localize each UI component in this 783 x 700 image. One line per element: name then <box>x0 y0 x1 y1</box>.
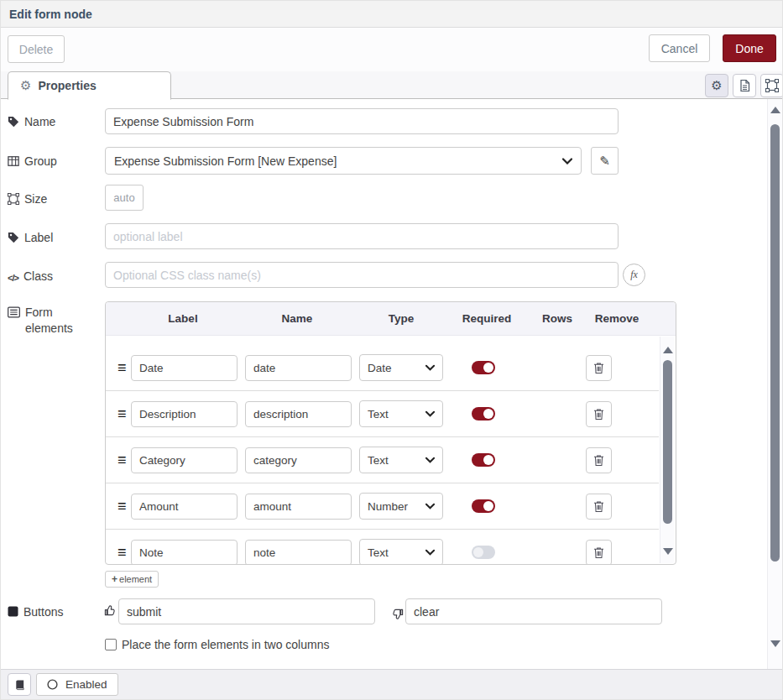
element-label-input[interactable] <box>131 447 238 473</box>
scroll-down-arrow[interactable] <box>663 548 673 555</box>
element-name-input[interactable] <box>245 447 352 473</box>
element-type-select[interactable]: Text <box>359 447 443 473</box>
elements-table-header: LabelNameTypeRequiredRowsRemove <box>106 302 676 336</box>
column-header: Required <box>462 302 512 336</box>
enabled-label: Enabled <box>65 678 107 691</box>
drag-handle-icon[interactable]: ≡ <box>117 452 131 469</box>
trash-icon <box>593 454 604 467</box>
element-label-input[interactable] <box>131 494 238 520</box>
chevron-down-icon <box>425 364 435 371</box>
drag-handle-icon[interactable]: ≡ <box>117 544 131 562</box>
scroll-down-arrow[interactable] <box>770 640 780 647</box>
size-auto-button[interactable]: auto <box>105 185 144 211</box>
enabled-toggle-button[interactable]: Enabled <box>36 673 118 696</box>
delete-element-button[interactable] <box>586 401 612 427</box>
required-toggle[interactable] <box>472 453 495 467</box>
description-doc-button[interactable] <box>733 74 756 97</box>
element-type-value: Date <box>368 362 425 374</box>
tag-icon <box>8 232 19 243</box>
edit-form-node-dialog: Edit form node Delete Cancel Done ⚙ Prop… <box>0 0 783 700</box>
toggle-knob <box>483 501 493 511</box>
chevron-down-icon <box>425 410 435 417</box>
group-select[interactable]: Expense Submission Form [New Expense] <box>105 147 582 175</box>
column-header: Label <box>168 302 197 336</box>
form-elements-table: LabelNameTypeRequiredRowsRemove ≡ Date ≡… <box>105 301 676 565</box>
element-name-input[interactable] <box>245 494 352 520</box>
drag-handle-icon[interactable]: ≡ <box>117 359 131 377</box>
element-type-select[interactable]: Number <box>359 493 443 520</box>
class-expression-button[interactable]: fx <box>623 264 645 286</box>
elements-table-scrollbar[interactable] <box>660 337 675 563</box>
submit-button-label-input[interactable] <box>118 598 375 624</box>
column-header: Rows <box>542 302 572 336</box>
delete-element-button[interactable] <box>586 494 612 520</box>
element-row: ≡ Text <box>106 530 659 564</box>
element-type-value: Text <box>368 408 425 421</box>
cancel-button[interactable]: Cancel <box>649 34 710 62</box>
panel-scrollbar[interactable] <box>767 99 782 671</box>
element-row: ≡ Text <box>106 391 659 437</box>
label-field-label: Label <box>8 230 102 246</box>
label-input[interactable] <box>105 223 619 249</box>
add-element-button[interactable]: +element <box>105 571 159 588</box>
required-toggle[interactable] <box>472 499 495 513</box>
required-toggle[interactable] <box>472 546 495 559</box>
element-type-select[interactable]: Date <box>359 354 443 381</box>
column-header: Type <box>389 302 415 336</box>
pencil-icon: ✎ <box>599 154 610 168</box>
object-group-icon <box>765 79 779 92</box>
drag-handle-icon[interactable]: ≡ <box>117 405 131 423</box>
element-name-input[interactable] <box>245 401 352 427</box>
column-header: Name <box>282 302 313 336</box>
appearance-group-button[interactable] <box>760 74 783 97</box>
delete-element-button[interactable] <box>586 540 612 565</box>
trash-icon <box>593 408 604 421</box>
trash-icon <box>593 500 604 513</box>
table-icon <box>8 155 19 167</box>
delete-element-button[interactable] <box>586 355 612 381</box>
toggle-knob <box>473 547 483 557</box>
chevron-down-icon <box>562 158 572 165</box>
element-name-input[interactable] <box>245 355 352 381</box>
two-columns-checkbox[interactable] <box>105 639 117 650</box>
two-columns-label: Place the form elements in two columns <box>122 638 329 651</box>
delete-button[interactable]: Delete <box>8 35 65 63</box>
dialog-titlebar: Edit form node <box>1 1 782 28</box>
element-type-value: Text <box>368 546 425 559</box>
delete-element-button[interactable] <box>586 447 612 473</box>
clear-button-label-input[interactable] <box>405 598 662 624</box>
element-label-input[interactable] <box>131 355 238 381</box>
scrollbar-thumb[interactable] <box>770 124 780 562</box>
required-toggle[interactable] <box>472 361 495 374</box>
class-input[interactable] <box>105 262 619 288</box>
name-field-label: Name <box>8 114 102 130</box>
list-alt-icon <box>8 306 20 318</box>
required-toggle[interactable] <box>472 407 495 421</box>
element-label-input[interactable] <box>131 540 238 565</box>
fx-icon: fx <box>630 269 638 280</box>
scroll-up-arrow[interactable] <box>770 107 780 113</box>
buttons-field-label: Buttons <box>8 604 102 620</box>
group-edit-button[interactable]: ✎ <box>591 147 619 175</box>
scrollbar-thumb[interactable] <box>663 360 672 524</box>
scroll-up-arrow[interactable] <box>663 347 673 353</box>
element-name-input[interactable] <box>245 540 352 565</box>
thumbs-up-icon <box>104 604 117 617</box>
plus-icon: + <box>112 573 117 585</box>
settings-gear-button[interactable]: ⚙ <box>705 74 728 97</box>
thumbs-down-icon <box>391 608 404 620</box>
dialog-toolbar: Delete Cancel Done <box>1 28 782 71</box>
element-type-select[interactable]: Text <box>359 400 443 427</box>
tab-tools: ⚙ <box>705 74 783 97</box>
drag-handle-icon[interactable]: ≡ <box>117 498 131 515</box>
tab-properties[interactable]: ⚙ Properties <box>8 71 171 100</box>
element-type-select[interactable]: Text <box>359 539 443 564</box>
element-label-input[interactable] <box>131 401 238 427</box>
chevron-down-icon <box>425 457 435 463</box>
name-input[interactable] <box>105 108 619 134</box>
gear-icon: ⚙ <box>20 78 31 93</box>
column-header: Remove <box>595 302 639 336</box>
done-button[interactable]: Done <box>723 34 776 62</box>
node-help-button[interactable] <box>8 673 31 696</box>
chevron-down-icon <box>425 503 435 509</box>
